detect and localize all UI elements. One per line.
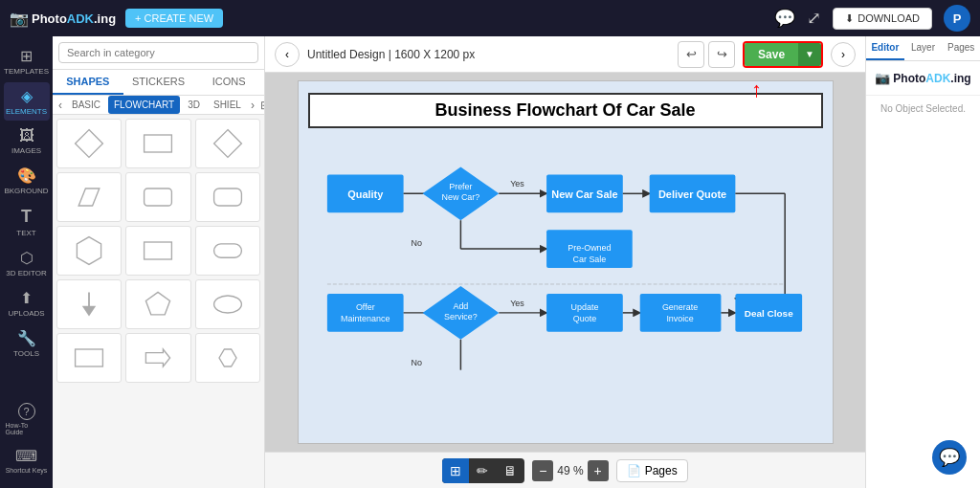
text-icon: T	[21, 207, 32, 227]
sidebar-item-images[interactable]: 🖼 IMAGES	[4, 122, 50, 160]
shape-hexagon-2[interactable]	[195, 333, 260, 383]
sidebar-item-elements[interactable]: ◈ ELEMENTS	[4, 82, 50, 121]
tab-shapes[interactable]: SHAPES	[53, 70, 123, 95]
svg-text:Pre-Owned: Pre-Owned	[568, 243, 611, 253]
undo-redo-controls: ↩ ↪	[678, 41, 735, 68]
sidebar-item-background[interactable]: 🎨 BKGROUND	[4, 162, 50, 200]
shortcuts-icon: ⌨	[15, 447, 37, 465]
svg-marker-3	[78, 189, 100, 206]
pages-button[interactable]: 📄 Pages	[616, 459, 688, 482]
avatar[interactable]: P	[944, 5, 970, 32]
elements-icon: ◈	[21, 87, 33, 105]
redo-button[interactable]: ↪	[708, 41, 735, 68]
svg-text:Deliver Quote: Deliver Quote	[657, 189, 725, 200]
display-view-button[interactable]: 🖥	[496, 458, 524, 483]
chat-icon[interactable]: 💬	[774, 8, 795, 29]
red-arrow-indicator: ↑	[751, 78, 762, 102]
shape-ellipse[interactable]	[195, 279, 260, 329]
canvas-viewport[interactable]: Business Flowchart Of Car Sale Quality P…	[265, 73, 865, 452]
svg-rect-8	[213, 244, 241, 257]
shape-parallelogram[interactable]	[56, 172, 122, 222]
svg-marker-11	[146, 292, 170, 314]
shape-arrow-down[interactable]	[56, 279, 122, 329]
right-panel-logo-area: 📷 PhotoADK.ing	[866, 61, 980, 96]
svg-text:Prefer: Prefer	[449, 182, 472, 191]
zoom-in-button[interactable]: +	[588, 460, 609, 481]
pages-icon: 📄	[627, 464, 641, 477]
cat-next-arrow[interactable]: ›	[249, 97, 256, 114]
draw-view-button[interactable]: ✏	[469, 458, 496, 483]
undo-button[interactable]: ↩	[678, 41, 704, 68]
sidebar-label-howto: How-To Guide	[6, 422, 48, 435]
svg-rect-1	[145, 135, 172, 152]
sidebar-label-background: BKGROUND	[4, 187, 48, 195]
sidebar-label-elements: ELEMENTS	[6, 107, 47, 116]
tab-icons[interactable]: ICONS	[193, 70, 264, 95]
right-tab-layer[interactable]: Layer	[904, 36, 943, 60]
cat-3d[interactable]: 3D	[182, 96, 206, 114]
canvas-prev-button[interactable]: ‹	[275, 42, 300, 67]
sidebar-item-3deditor[interactable]: ⬡ 3D EDITOR	[4, 244, 50, 282]
tab-stickers[interactable]: STICKERS	[123, 70, 194, 95]
shape-pentagon[interactable]	[125, 279, 190, 329]
flowchart-svg: Quality Prefer New Car? Yes New Car Sale	[299, 136, 833, 423]
zoom-out-button[interactable]: −	[532, 460, 553, 481]
svg-marker-0	[76, 130, 103, 158]
sidebar-item-text[interactable]: T TEXT	[4, 202, 50, 242]
sidebar-item-shortcuts[interactable]: ⌨ Shortcut Keys	[4, 442, 50, 478]
shape-rect-4[interactable]	[56, 333, 122, 383]
sidebar-item-uploads[interactable]: ⬆ UPLOADS	[4, 284, 50, 322]
create-new-button[interactable]: + CREATE NEW	[125, 9, 223, 28]
svg-point-12	[213, 296, 241, 313]
cat-basic[interactable]: BASIC	[66, 96, 106, 114]
templates-icon: ⊞	[20, 47, 33, 65]
svg-text:Deal Close: Deal Close	[744, 308, 792, 319]
cat-shield[interactable]: SHIEL	[208, 96, 247, 114]
svg-text:Generate: Generate	[661, 302, 697, 312]
cat-prev-arrow[interactable]: ‹	[56, 97, 64, 114]
shape-hexagon[interactable]	[56, 226, 122, 276]
chat-bubble-button[interactable]: 💬	[932, 440, 967, 475]
right-tab-pages[interactable]: Pages	[942, 36, 980, 60]
zoom-controls: − 49 % +	[532, 460, 608, 481]
right-panel-tabs: Editor Layer Pages	[866, 36, 980, 61]
shape-category-tabs: ‹ BASIC FLOWCHART 3D SHIEL › ⊞	[53, 96, 264, 115]
right-logo: 📷 PhotoADK.ing	[875, 71, 970, 85]
shape-stadium[interactable]	[195, 226, 260, 276]
canvas-next-button[interactable]: ›	[831, 42, 856, 67]
3d-icon: ⬡	[20, 249, 33, 267]
right-logo-text: PhotoADK.ing	[893, 72, 970, 85]
cat-flowchart[interactable]: FLOWCHART	[108, 96, 180, 114]
svg-marker-15	[219, 349, 236, 366]
sidebar-item-templates[interactable]: ⊞ TEMPLATES	[4, 42, 50, 80]
shape-rect-3[interactable]	[125, 226, 190, 276]
shape-rect[interactable]	[125, 119, 190, 168]
cat-expand-icon[interactable]: ⊞	[258, 97, 264, 114]
sidebar-item-tools[interactable]: 🔧 TOOLS	[4, 324, 50, 363]
sidebar-label-templates: TEMPLATES	[4, 67, 49, 76]
svg-text:No: No	[411, 358, 421, 367]
svg-text:Update: Update	[570, 302, 598, 312]
save-dropdown-button[interactable]: ▼	[798, 43, 821, 66]
shape-grid	[53, 115, 264, 488]
shape-rounded-rect[interactable]	[125, 172, 190, 222]
grid-view-button[interactable]: ⊞	[442, 458, 469, 483]
share-icon[interactable]: ⤢	[807, 8, 821, 29]
sidebar-label-uploads: UPLOADS	[8, 309, 44, 318]
search-input[interactable]	[58, 42, 258, 63]
right-logo-icon: 📷	[875, 71, 890, 85]
elements-panel: SHAPES STICKERS ICONS ‹ BASIC FLOWCHART …	[53, 36, 265, 488]
sidebar-label-tools: TOOLS	[13, 349, 39, 358]
sidebar-label-text: TEXT	[16, 229, 35, 237]
save-button[interactable]: Save	[745, 43, 798, 66]
svg-text:Invoice: Invoice	[666, 314, 693, 323]
sidebar-item-howto[interactable]: ? How-To Guide	[4, 398, 50, 440]
svg-text:Add: Add	[453, 301, 468, 311]
shape-diamond-2[interactable]	[195, 119, 260, 168]
shape-rounded-rect-2[interactable]	[195, 172, 260, 222]
shape-diamond[interactable]	[56, 119, 122, 168]
right-tab-editor[interactable]: Editor	[866, 36, 904, 60]
app-logo: 📷 PhotoADK.ing	[10, 10, 116, 28]
download-button[interactable]: ⬇ DOWNLOAD	[833, 8, 932, 30]
shape-arrow-right[interactable]	[125, 333, 190, 383]
